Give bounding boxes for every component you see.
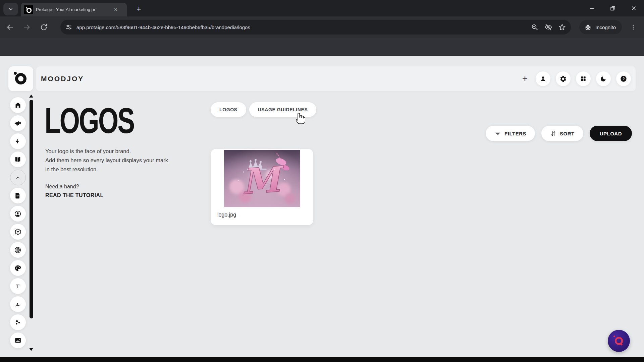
brand-name: MOODJOY [41,75,84,83]
moon-icon [600,75,607,82]
profile-button[interactable] [536,71,550,86]
action-toolbar: FILTERS SORT UPLOAD [486,126,632,141]
tab-usage-guidelines[interactable]: USAGE GUIDELINES [249,102,317,117]
sidebar-scrollbar-thumb[interactable] [30,100,33,318]
sidebar-item-colors[interactable] [10,260,26,276]
browser-tab[interactable]: Protaigé - Your AI marketing pr × [21,3,127,16]
svg-text:T: T [16,283,19,289]
sidebar-item-typography[interactable]: T [10,278,26,294]
sidebar: T [8,97,27,348]
page-content: MOODJOY + ? [0,57,644,357]
sidebar-item-quick-actions[interactable] [10,133,26,149]
window-controls [582,0,644,16]
read-tutorial-link[interactable]: READ THE TUTORIAL [45,192,104,198]
sidebar-item-images[interactable] [10,333,26,348]
sidebar-item-home[interactable] [10,97,26,113]
person-circle-icon [14,210,21,218]
new-tab-button[interactable]: + [133,4,144,15]
description-line: Add them here so every layout displays y… [45,156,168,165]
file-name: logo.jpg [217,212,236,218]
forward-button[interactable] [20,20,34,34]
typography-icon: T [14,283,21,290]
filters-button[interactable]: FILTERS [486,126,535,141]
kebab-menu-icon [630,24,637,31]
site-favicon [24,5,33,14]
header-actions: + ? [522,71,631,86]
grid-icon [580,75,587,82]
gear-icon [559,75,567,82]
minimize-button[interactable] [582,0,602,16]
url-bar[interactable]: app.protaige.com/583f9601-944b-462e-bb95… [60,20,571,35]
tab-logos[interactable]: LOGOS [211,102,246,117]
sidebar-scroll-up-arrow[interactable] [29,95,33,98]
browser-tab-strip: Protaigé - Your AI marketing pr × + [0,0,644,16]
screen-bottom-bar [0,357,644,362]
bolt-icon [14,138,21,145]
question-icon: ? [620,75,627,82]
sidebar-scroll-down-arrow[interactable] [29,348,33,351]
copyright-icon [14,246,21,254]
close-icon [631,6,636,11]
description-line: Your logo is the face of your brand. [45,147,168,156]
palette-icon [14,264,21,272]
sidebar-item-elements[interactable] [10,314,26,330]
logo-thumbnail[interactable]: M [224,150,300,207]
forward-icon [23,23,31,31]
tab-search-button[interactable] [3,3,18,15]
sort-icon [550,130,556,137]
assistant-logo-icon [615,337,623,345]
logo-file-card[interactable]: M logo.jpg [211,149,313,225]
sidebar-item-brandbook[interactable] [10,152,26,167]
url-text[interactable]: app.protaige.com/583f9601-944b-462e-bb95… [76,24,527,30]
shapes-dots-icon [14,319,21,326]
back-button[interactable] [3,20,17,34]
upload-label: UPLOAD [600,131,622,136]
sidebar-item-products[interactable] [10,224,26,240]
restore-button[interactable] [602,0,623,16]
book-icon [14,156,21,163]
chevron-down-icon [7,6,14,12]
settings-button[interactable] [556,71,571,86]
reload-icon [40,23,48,31]
reload-button[interactable] [37,20,50,34]
filter-icon [494,130,501,137]
restore-icon [610,6,615,11]
document-icon [14,192,21,199]
filters-label: FILTERS [504,131,526,136]
apps-grid-button[interactable] [576,71,591,86]
person-icon [539,75,547,82]
browser-toolbar: app.protaige.com/583f9601-944b-462e-bb95… [0,16,644,38]
tab-close-icon[interactable]: × [113,6,119,13]
home-icon [14,102,21,109]
help-button[interactable]: ? [616,71,631,86]
sidebar-item-trademarks[interactable] [10,242,26,258]
sidebar-item-signature[interactable] [10,296,26,312]
browser-menu-button[interactable] [627,21,639,33]
svg-text:?: ? [623,77,625,81]
image-icon [14,337,21,344]
signature-icon [14,301,21,308]
tab-title: Protaigé - Your AI marketing pr [36,7,110,12]
sidebar-collapse-button[interactable] [10,170,26,185]
bookmark-star-icon[interactable] [558,23,566,31]
eye-off-icon[interactable] [544,23,553,31]
sidebar-item-documents[interactable] [10,188,26,203]
sort-button[interactable]: SORT [541,126,583,141]
add-button[interactable]: + [522,73,528,84]
page-title: LOGOS [45,100,134,141]
assistant-chat-button[interactable] [608,330,630,352]
back-icon [6,23,14,31]
site-settings-icon[interactable] [65,23,72,31]
zoom-icon[interactable] [531,23,539,31]
upload-button[interactable]: UPLOAD [590,126,632,141]
sidebar-item-campaigns[interactable] [10,115,26,131]
brand-ring-icon [15,73,26,84]
dark-mode-button[interactable] [596,71,611,86]
chrome-lower-band [0,38,644,56]
minimize-icon [590,6,594,11]
close-window-button[interactable] [623,0,644,16]
page-header: MOODJOY + ? [36,66,636,91]
chevron-up-icon [14,174,21,181]
app-logo[interactable] [8,66,33,91]
sidebar-item-persona[interactable] [10,206,26,222]
